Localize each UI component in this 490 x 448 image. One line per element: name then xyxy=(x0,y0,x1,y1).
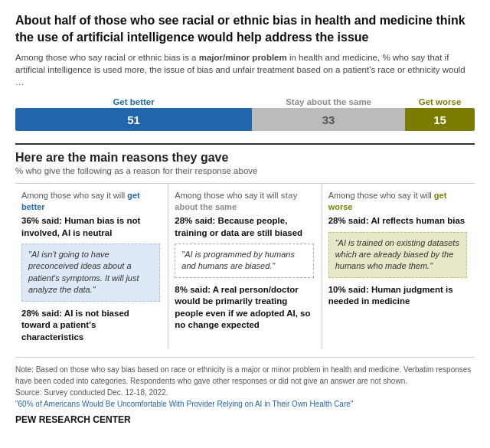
col-same: Among those who say it will stay about t… xyxy=(168,184,322,349)
footer-source: Source: Survey conducted Dec. 12-18, 202… xyxy=(15,388,168,397)
col-better-header-pre: Among those who say it will xyxy=(21,191,127,200)
col-better-header: Among those who say it will get better xyxy=(21,190,160,212)
footer: Note: Based on those who say bias based … xyxy=(15,357,475,430)
col-better-reason2: 28% said: AI is not biased toward a pati… xyxy=(21,308,160,344)
bar-labels: Get better Stay about the same Get worse xyxy=(15,97,475,106)
bar-seg-same: 33 xyxy=(252,108,405,131)
col-worse: Among those who say it will get worse 28… xyxy=(322,184,475,349)
main-title: About half of those who see racial or et… xyxy=(15,12,475,45)
col-same-quote: "AI is programmed by humans and humans a… xyxy=(175,244,313,278)
col-same-reason2: 8% said: A real person/doctor would be p… xyxy=(175,284,313,332)
col-same-header-pre: Among those who say it will xyxy=(175,191,280,200)
col-better-reason1: 36% said: Human bias is not involved, AI… xyxy=(21,215,160,239)
reasons-columns: Among those who say it will get better 3… xyxy=(15,183,475,349)
col-worse-header-pre: Among those who say it will xyxy=(328,191,434,200)
bar-label-better: Get better xyxy=(15,97,252,106)
footer-note: Note: Based on those who say bias based … xyxy=(15,365,471,385)
bar-seg-worse: 15 xyxy=(405,108,475,131)
section-title: Here are the main reasons they gave xyxy=(15,151,475,165)
col-better-quote: "AI isn't going to have preconceived ide… xyxy=(21,244,160,302)
col-worse-reason1: 28% said: AI reflects human bias xyxy=(328,215,467,227)
bar-seg-better: 51 xyxy=(15,108,252,131)
col-better: Among those who say it will get better 3… xyxy=(15,184,168,349)
bar-label-same: Stay about the same xyxy=(252,97,405,106)
subtitle-pre: Among those who say racial or ethnic bia… xyxy=(15,53,199,62)
bar-chart: Get better Stay about the same Get worse… xyxy=(15,97,475,131)
bar-row: 51 33 15 xyxy=(15,108,475,131)
pew-brand: PEW RESEARCH CENTER xyxy=(15,413,475,427)
col-same-header: Among those who say it will stay about t… xyxy=(175,190,313,212)
col-same-reason1: 28% said: Because people, training or da… xyxy=(175,215,313,239)
footer-link[interactable]: "60% of Americans Would Be Uncomfortable… xyxy=(15,400,353,408)
subtitle: Among those who say racial or ethnic bia… xyxy=(15,51,475,88)
col-worse-reason2: 10% said: Human judgment is needed in me… xyxy=(328,284,467,308)
col-worse-quote: "AI is trained on existing datasets whic… xyxy=(328,232,467,278)
section-divider xyxy=(15,143,475,145)
subtitle-bold: major/minor problem xyxy=(199,53,287,62)
col-worse-header: Among those who say it will get worse xyxy=(328,190,467,212)
section-subtitle: % who give the following as a reason for… xyxy=(15,166,475,175)
bar-label-worse: Get worse xyxy=(405,97,475,106)
